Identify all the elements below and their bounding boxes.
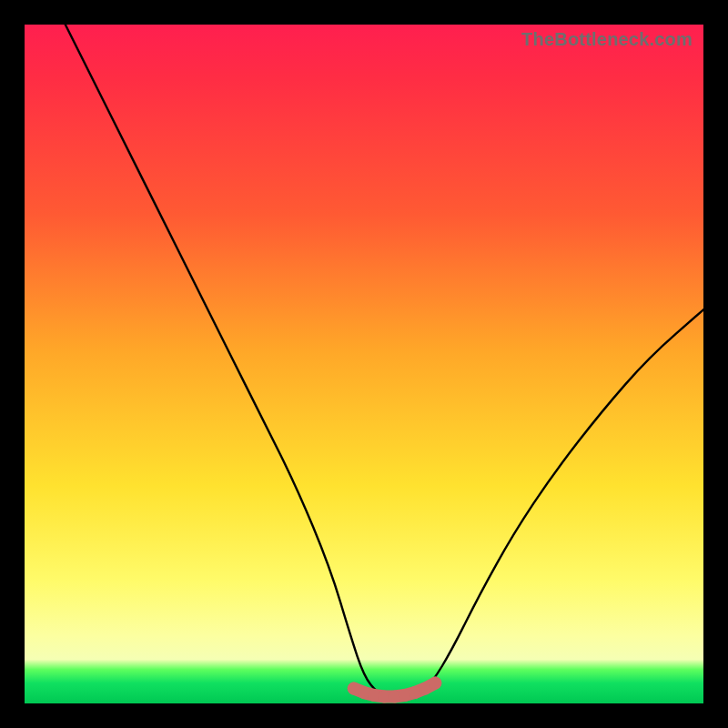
bottleneck-curve-path — [66, 25, 703, 697]
bottleneck-curve-svg — [25, 25, 703, 703]
bottom-highlight-markers — [348, 677, 442, 703]
chart-frame: TheBottleneck.com — [0, 0, 728, 728]
bottom-highlight-dot — [429, 677, 441, 690]
chart-plot-area: TheBottleneck.com — [25, 25, 703, 703]
